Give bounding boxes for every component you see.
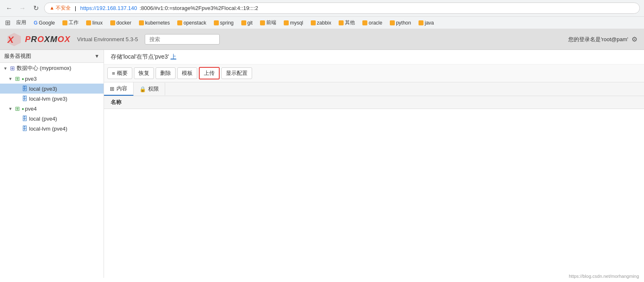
address-url-secure: https://192.168.137.140 — [80, 5, 137, 11]
svg-text:X: X — [7, 35, 14, 45]
proxmox-logo: X PROXMOX — [7, 32, 70, 47]
tree-arrow-datacenter: ▼ — [3, 66, 10, 71]
bookmark-java-label: java — [425, 20, 434, 26]
bookmark-kubernetes-label: kubernetes — [145, 20, 170, 26]
tree-item-pve4[interactable]: ▼ ⊞ ● pve4 — [0, 104, 104, 114]
bookmark-oracle[interactable]: oracle — [359, 19, 386, 27]
delete-button[interactable]: 删除 — [156, 67, 176, 79]
bookmark-google[interactable]: G Google — [30, 19, 58, 27]
tree-item-local-pve3[interactable]: 🗄 local (pve3) — [0, 84, 104, 94]
back-button[interactable]: ← — [4, 3, 14, 13]
sidebar-dropdown-icon[interactable]: ▼ — [94, 53, 99, 59]
summary-tab-icon: ≡ — [112, 70, 115, 77]
bookmark-apps[interactable]: 应用 — [13, 18, 30, 27]
user-label: 您的登录名是'root@pam' — [568, 36, 628, 43]
bookmark-work-icon — [62, 20, 67, 25]
bookmark-frontend-icon — [260, 20, 265, 25]
show-config-button[interactable]: 显示配置 — [221, 67, 252, 79]
table-body — [104, 109, 644, 234]
bookmark-other-icon — [339, 20, 344, 25]
bookmarks-bar: ⊞ 应用 G Google 工作 linux docker kubernetes… — [0, 17, 644, 29]
footer-watermark: https://blog.csdn.net/morhangming — [569, 274, 639, 278]
local-lvm-pve3-storage-icon: 🗄 — [22, 95, 27, 102]
google-icon: G — [34, 20, 37, 26]
local-pve4-label: local (pve4) — [29, 116, 100, 122]
address-bar[interactable]: ▲ 不安全 | https://192.168.137.140 :8006/#v… — [44, 2, 640, 14]
logo-proxmox-text: PROXMOX — [25, 35, 70, 44]
name-column-header: 名称 — [111, 99, 121, 106]
local-lvm-pve4-storage-icon: 🗄 — [22, 125, 27, 132]
bookmark-openstack[interactable]: openstack — [174, 19, 210, 27]
sidebar-view-label: 服务器视图 — [4, 52, 31, 60]
datacenter-icon: ⊞ — [10, 65, 15, 72]
inner-tab-content[interactable]: ⊞ 内容 — [104, 82, 134, 96]
bookmark-python-label: python — [396, 20, 411, 26]
bookmark-docker-label: docker — [116, 20, 131, 26]
bookmark-google-label: Google — [39, 20, 55, 26]
settings-icon[interactable]: ⚙ — [632, 35, 637, 43]
tree-item-pve3[interactable]: ▼ ⊞ ● pve3 — [0, 74, 104, 84]
tree-item-local-lvm-pve3[interactable]: 🗄 local-lvm (pve3) — [0, 94, 104, 104]
bookmark-linux-icon — [86, 20, 91, 25]
bookmark-docker[interactable]: docker — [107, 19, 135, 27]
bookmark-kubernetes[interactable]: kubernetes — [136, 19, 173, 27]
sidebar: 服务器视图 ▼ ▼ ⊞ 数据中心 (myproxmox) ▼ ⊞ ● pve3 … — [0, 50, 104, 278]
logo-r-text: R — [31, 35, 37, 44]
bookmark-frontend[interactable]: 前端 — [257, 18, 280, 27]
permissions-tab-label: 权限 — [148, 85, 159, 93]
tree-item-datacenter[interactable]: ▼ ⊞ 数据中心 (myproxmox) — [0, 63, 104, 74]
bookmark-work[interactable]: 工作 — [59, 18, 82, 27]
bookmark-spring-icon — [214, 20, 219, 25]
upload-label: 上传 — [204, 69, 215, 77]
logo-xm-text: XM — [44, 35, 57, 44]
bookmark-linux-label: linux — [92, 20, 103, 26]
bookmark-git[interactable]: git — [238, 19, 256, 27]
content-tab-icon: ⊞ — [110, 86, 114, 92]
address-separator: | — [73, 5, 78, 11]
search-input[interactable] — [145, 34, 220, 45]
bookmark-other[interactable]: 其他 — [335, 18, 358, 27]
bookmark-docker-icon — [110, 20, 115, 25]
tree-item-local-lvm-pve4[interactable]: 🗄 local-lvm (pve4) — [0, 124, 104, 134]
apps-icon[interactable]: ⊞ — [3, 18, 12, 27]
permissions-tab-icon: 🔒 — [139, 86, 146, 92]
bookmark-spring-label: spring — [220, 20, 234, 26]
browser-chrome: ← → ↻ ▲ 不安全 | https://192.168.137.140 :8… — [0, 0, 644, 17]
bookmark-spring[interactable]: spring — [211, 19, 237, 27]
bookmark-mysql[interactable]: mysql — [280, 19, 306, 27]
bookmark-linux[interactable]: linux — [83, 19, 106, 27]
bookmark-mysql-icon — [284, 20, 289, 25]
upload-button[interactable]: 上传 — [199, 67, 220, 79]
bookmark-openstack-icon — [177, 20, 182, 25]
local-pve3-storage-icon: 🗄 — [22, 85, 27, 92]
summary-tab-button[interactable]: ≡ 概要 — [107, 67, 132, 79]
proxmox-header: X PROXMOX Virtual Environment 5.3-5 您的登录… — [0, 29, 644, 50]
bookmark-git-label: git — [248, 20, 253, 26]
restore-button[interactable]: 恢复 — [134, 67, 154, 79]
inner-tab-permissions[interactable]: 🔒 权限 — [134, 83, 165, 95]
watermark-text: https://blog.csdn.net/morhangming — [569, 274, 639, 278]
forward-button[interactable]: → — [17, 3, 27, 13]
pve3-status-icon: ● — [22, 77, 24, 81]
bookmark-python[interactable]: python — [386, 19, 414, 27]
datacenter-label: 数据中心 (myproxmox) — [17, 64, 100, 72]
template-button[interactable]: 模板 — [177, 67, 197, 79]
bookmark-git-icon — [241, 20, 246, 25]
bookmark-frontend-label: 前端 — [266, 19, 276, 26]
tree-arrow-pve3: ▼ — [8, 77, 15, 81]
tree-arrow-pve4: ▼ — [8, 106, 15, 111]
bookmark-zabbix[interactable]: zabbix — [307, 19, 335, 27]
bookmark-java-icon — [419, 20, 424, 25]
bookmark-java[interactable]: java — [415, 19, 437, 27]
bookmark-other-label: 其他 — [345, 19, 355, 26]
version-label: Virtual Environment 5.3-5 — [77, 36, 138, 42]
content-area: 存储'local'在节点'pve3' 上 ≡ 概要 恢复 删除 模板 上传 显示… — [104, 50, 644, 278]
template-label: 模板 — [182, 69, 193, 77]
breadcrumb-link[interactable]: 上 — [171, 53, 176, 60]
bookmark-mysql-label: mysql — [290, 20, 303, 26]
tree-item-local-pve4[interactable]: 🗄 local (pve4) — [0, 114, 104, 124]
refresh-button[interactable]: ↻ — [31, 3, 41, 13]
main-layout: 服务器视图 ▼ ▼ ⊞ 数据中心 (myproxmox) ▼ ⊞ ● pve3 … — [0, 50, 644, 278]
bookmark-zabbix-icon — [311, 20, 316, 25]
pve4-status-icon: ● — [22, 106, 24, 111]
